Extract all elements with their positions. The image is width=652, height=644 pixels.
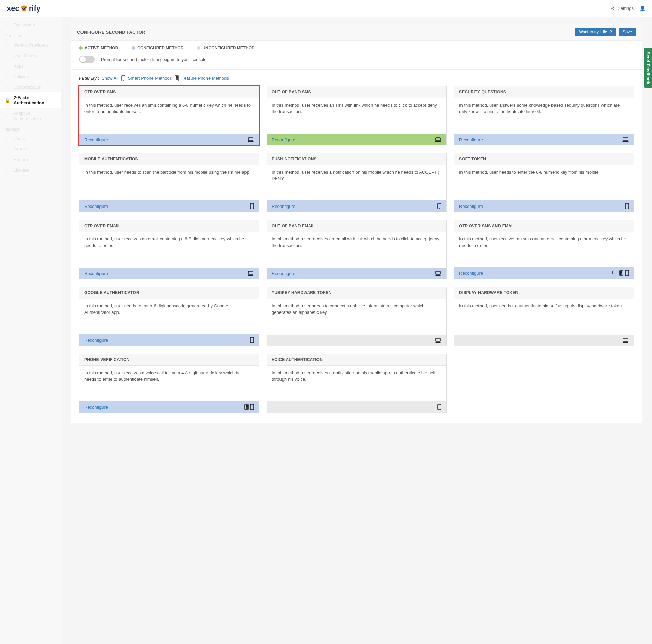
legend-unconfigured-label: UNCONFIGURED METHOD [202, 46, 254, 50]
topbar: xec rify ⚙ Settings 👤 [0, 0, 652, 17]
legend-configured: CONFIGURED METHOD [132, 46, 183, 50]
sidebar-item[interactable]: ▸Reports [0, 154, 61, 165]
filter-show-all[interactable]: Show All [102, 76, 119, 81]
laptop-icon [247, 271, 254, 276]
settings-link[interactable]: Settings [618, 6, 634, 11]
prompt-toggle-label: Prompt for second factor during signin t… [101, 57, 206, 62]
svg-rect-27 [620, 274, 621, 275]
reconfigure-link[interactable]: Reconfigure [272, 204, 295, 209]
method-card: YUBIKEY HARDWARE TOKENIn this method, us… [267, 287, 447, 346]
laptop-icon [435, 338, 441, 343]
nav-icon: ▸ [5, 85, 10, 90]
sidebar-item-label: License [14, 167, 29, 173]
svg-rect-38 [246, 407, 246, 408]
filter-feature[interactable]: Feature Phone Methods [181, 76, 229, 81]
nav-icon: ▸ [5, 146, 10, 151]
svg-rect-41 [246, 408, 246, 409]
reconfigure-link[interactable]: Reconfigure [459, 271, 483, 276]
logo-text-right: rify [29, 4, 40, 13]
reconfigure-link[interactable]: Reconfigure [84, 204, 108, 209]
svg-rect-5 [176, 78, 177, 79]
dot-configured-icon [132, 46, 135, 50]
card-description: In this method, user receives an sms con… [79, 98, 259, 134]
sidebar-item-label: 2-Factor Authentication [14, 95, 56, 105]
sidebar-item[interactable]: ▸Groups [0, 144, 61, 154]
card-device-icons [250, 337, 254, 343]
svg-rect-25 [621, 273, 622, 274]
sidebar-item[interactable]: ▸Apps [0, 61, 61, 71]
card-description: In this method, user answers some knowle… [454, 98, 634, 134]
sidebar-item[interactable]: ▸License [0, 165, 61, 175]
sidebar-item[interactable]: ▸Policies [0, 71, 61, 82]
legend-active: ACTIVE METHOD [79, 46, 118, 50]
card-description: In this method, user receives a notifica… [267, 366, 446, 401]
reconfigure-link[interactable]: Reconfigure [459, 137, 483, 142]
card-title: VOICE AUTHENTICATION [267, 354, 446, 366]
sidebar-item[interactable]: ▸Dashboard [0, 20, 61, 30]
reconfigure-link[interactable]: Reconfigure [84, 405, 108, 410]
legend-row: ACTIVE METHOD CONFIGURED METHOD UNCONFIG… [71, 41, 642, 53]
card-device-icons [435, 137, 441, 142]
sidebar-item[interactable]: ▸User Stores [0, 50, 61, 61]
card-footer: Reconfigure [267, 134, 446, 145]
filter-smart[interactable]: Smart Phone Methods [128, 76, 172, 81]
filter-row: Filter By : Show All Smart Phone Methods… [71, 70, 642, 85]
svg-rect-8 [176, 79, 177, 80]
svg-point-1 [123, 80, 124, 80]
svg-rect-34 [436, 338, 440, 341]
prompt-toggle[interactable] [79, 56, 95, 63]
card-footer: Reconfigure [454, 134, 634, 145]
card-description: In this method, user receives an sms and… [454, 232, 634, 267]
sidebar-item[interactable]: ▸Customization [0, 82, 61, 92]
smartphone-icon [121, 75, 125, 81]
reconfigure-link[interactable]: Reconfigure [272, 137, 295, 142]
nav-icon: ▸ [5, 136, 10, 141]
method-card: SECURITY QUESTIONSIn this method, user a… [454, 86, 634, 145]
try-button[interactable]: Want to try it first? [575, 28, 616, 36]
svg-rect-24 [620, 273, 621, 274]
sidebar-item[interactable]: 🔒2-Factor Authentication [0, 92, 61, 108]
sidebar-item[interactable]: ▸Identity Providers [0, 40, 61, 50]
dot-unconfigured-icon [197, 46, 200, 50]
card-footer: Reconfigure [267, 268, 446, 279]
card-device-icons [435, 271, 441, 276]
svg-rect-26 [622, 273, 622, 274]
sidebar-item-label: Users [14, 136, 25, 141]
featurephone-icon [619, 270, 623, 276]
method-card: PUSH NOTIFICATIONSIn this method, user r… [267, 153, 447, 212]
card-footer: Reconfigure [454, 335, 634, 346]
logo-badge-icon [20, 4, 28, 13]
svg-rect-21 [612, 271, 617, 274]
save-button[interactable]: Save [619, 28, 636, 36]
method-card: OUT OF BAND SMSIn this method, user rece… [267, 86, 447, 145]
card-footer: Reconfigure [79, 134, 259, 145]
reconfigure-link[interactable]: Reconfigure [459, 204, 483, 209]
send-feedback-tab[interactable]: Send Feedback [644, 48, 652, 88]
reconfigure-link[interactable]: Reconfigure [272, 271, 295, 276]
svg-rect-9 [177, 79, 178, 80]
legend-configured-label: CONFIGURED METHOD [137, 46, 183, 50]
lock-icon: 🔒 [5, 98, 10, 103]
sidebar-item[interactable]: ▸Users [0, 133, 61, 144]
panel-header: CONFIGURE SECOND FACTOR Want to try it f… [71, 23, 642, 41]
reconfigure-link[interactable]: Reconfigure [84, 137, 108, 142]
reconfigure-link[interactable]: Reconfigure [84, 338, 108, 343]
svg-point-14 [252, 208, 252, 209]
gear-icon[interactable]: ⚙ [611, 6, 615, 11]
logo-text-left: xec [7, 4, 19, 13]
card-device-icons [437, 404, 441, 410]
legend-unconfigured: UNCONFIGURED METHOD [197, 46, 254, 50]
svg-rect-43 [247, 408, 248, 409]
card-description: In this method, user receives a voice ca… [79, 366, 259, 401]
user-icon[interactable]: 👤 [640, 6, 645, 11]
sidebar-item-label: Dashboard [14, 22, 35, 28]
card-title: PUSH NOTIFICATIONS [267, 153, 446, 165]
reconfigure-link[interactable]: Reconfigure [84, 271, 108, 276]
laptop-icon [247, 137, 254, 142]
sidebar-item[interactable]: ▸Adaptive Authentication [0, 108, 61, 124]
card-description: In this method, user needs to connect a … [267, 299, 446, 335]
smartphone-icon [250, 404, 254, 410]
svg-rect-23 [620, 271, 622, 273]
nav-icon: ▸ [5, 167, 10, 173]
topbar-right: ⚙ Settings 👤 [611, 6, 645, 11]
